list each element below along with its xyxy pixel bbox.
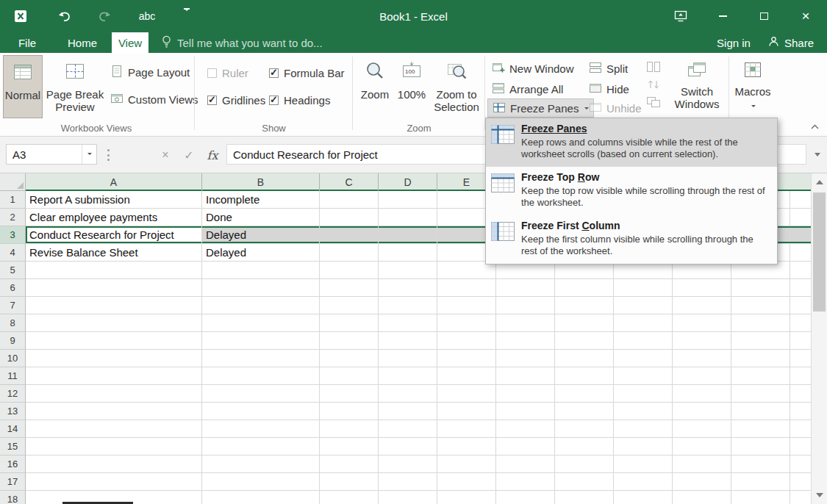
cell-D8[interactable] bbox=[379, 314, 437, 332]
cell-E10[interactable] bbox=[437, 350, 496, 367]
row-header-6[interactable]: 6 bbox=[0, 279, 26, 297]
cell-E18[interactable] bbox=[437, 491, 496, 504]
cell-D16[interactable] bbox=[379, 456, 437, 473]
row-header-12[interactable]: 12 bbox=[0, 385, 26, 403]
cell-A15[interactable] bbox=[26, 438, 202, 456]
page-break-preview-button[interactable]: Page BreakPreview bbox=[46, 55, 104, 118]
cell-E17[interactable] bbox=[437, 473, 496, 491]
maximize-button[interactable] bbox=[743, 0, 784, 32]
macros-button[interactable]: Macros bbox=[734, 55, 772, 118]
row-header-4[interactable]: 4 bbox=[0, 244, 26, 262]
arrange-all-button[interactable]: Arrange All bbox=[487, 79, 568, 98]
row-header-15[interactable]: 15 bbox=[0, 438, 26, 456]
cell-B10[interactable] bbox=[202, 350, 320, 367]
cell-B1[interactable]: Incomplete bbox=[202, 191, 320, 209]
cell-E12[interactable] bbox=[437, 385, 496, 403]
cell-D9[interactable] bbox=[379, 332, 437, 350]
tab-file[interactable]: File bbox=[7, 32, 47, 53]
cell-E14[interactable] bbox=[437, 420, 496, 438]
cell-D12[interactable] bbox=[379, 385, 437, 403]
cell-E15[interactable] bbox=[437, 438, 496, 456]
cell-B8[interactable] bbox=[202, 314, 320, 332]
cell-D13[interactable] bbox=[379, 403, 437, 420]
menu-item-freeze-panes[interactable]: Freeze Panes Keep rows and columns visib… bbox=[486, 118, 777, 167]
freeze-panes-button[interactable]: Freeze Panes bbox=[487, 98, 594, 118]
name-box-caret-icon[interactable] bbox=[82, 145, 96, 164]
view-side-by-side-icon[interactable] bbox=[644, 59, 663, 75]
cell-C17[interactable] bbox=[320, 473, 379, 491]
cell-A3[interactable]: Conduct Research for Project bbox=[26, 226, 202, 244]
row-header-10[interactable]: 10 bbox=[0, 350, 26, 367]
cell-D14[interactable] bbox=[379, 420, 437, 438]
close-button[interactable]: × bbox=[784, 0, 827, 32]
row-header-7[interactable]: 7 bbox=[0, 297, 26, 314]
cell-C7[interactable] bbox=[320, 297, 379, 314]
row-header-13[interactable]: 13 bbox=[0, 403, 26, 420]
cell-A13[interactable] bbox=[26, 403, 202, 420]
row-header-16[interactable]: 16 bbox=[0, 456, 26, 473]
cell-E9[interactable] bbox=[437, 332, 496, 350]
row-header-1[interactable]: 1 bbox=[0, 191, 26, 209]
cell-E6[interactable] bbox=[437, 279, 496, 297]
row-header-9[interactable]: 9 bbox=[0, 332, 26, 350]
cell-B2[interactable]: Done bbox=[202, 209, 320, 226]
cell-D10[interactable] bbox=[379, 350, 437, 367]
cell-A8[interactable] bbox=[26, 314, 202, 332]
cell-B11[interactable] bbox=[202, 367, 320, 385]
cell-E11[interactable] bbox=[437, 367, 496, 385]
cell-D15[interactable] bbox=[379, 438, 437, 456]
menu-item-freeze-first-column[interactable]: Freeze First Column Keep the first colum… bbox=[486, 215, 777, 264]
cell-D5[interactable] bbox=[379, 262, 437, 279]
zoom-button[interactable]: Zoom bbox=[358, 55, 392, 118]
zoom-100-button[interactable]: 100 100% bbox=[395, 55, 429, 118]
cell-C8[interactable] bbox=[320, 314, 379, 332]
cell-A10[interactable] bbox=[26, 350, 202, 367]
cell-A17[interactable] bbox=[26, 473, 202, 491]
cell-B16[interactable] bbox=[202, 456, 320, 473]
vertical-scrollbar-thumb[interactable] bbox=[813, 192, 826, 312]
cell-B6[interactable] bbox=[202, 279, 320, 297]
cell-A5[interactable] bbox=[26, 262, 202, 279]
gridlines-checkbox-box[interactable] bbox=[207, 96, 217, 105]
custom-views-button[interactable]: Custom Views bbox=[107, 90, 201, 108]
tab-home[interactable]: Home bbox=[62, 32, 103, 53]
cell-D7[interactable] bbox=[379, 297, 437, 314]
cell-B13[interactable] bbox=[202, 403, 320, 420]
cell-B14[interactable] bbox=[202, 420, 320, 438]
page-layout-button[interactable]: Page Layout bbox=[107, 63, 193, 81]
name-box[interactable]: A3 bbox=[6, 144, 97, 165]
scroll-up-button[interactable] bbox=[812, 173, 827, 190]
cell-C2[interactable] bbox=[320, 209, 379, 226]
cell-E7[interactable] bbox=[437, 297, 496, 314]
column-header-D[interactable]: D bbox=[379, 173, 437, 191]
cell-C14[interactable] bbox=[320, 420, 379, 438]
cell-C4[interactable] bbox=[320, 244, 379, 262]
split-button[interactable]: Split bbox=[584, 59, 632, 78]
formula-bar-checkbox[interactable]: Formula Bar bbox=[269, 67, 345, 79]
column-header-C[interactable]: C bbox=[320, 173, 379, 191]
cell-A1[interactable]: Report A submission bbox=[26, 191, 202, 209]
headings-checkbox[interactable]: Headings bbox=[269, 94, 330, 106]
cell-E13[interactable] bbox=[437, 403, 496, 420]
select-all-corner[interactable] bbox=[0, 173, 26, 191]
cell-D1[interactable] bbox=[379, 191, 437, 209]
cell-C16[interactable] bbox=[320, 456, 379, 473]
insert-function-button[interactable]: fx bbox=[203, 146, 222, 164]
row-header-11[interactable]: 11 bbox=[0, 367, 26, 385]
cell-D6[interactable] bbox=[379, 279, 437, 297]
cell-D4[interactable] bbox=[379, 244, 437, 262]
row-header-3[interactable]: 3 bbox=[0, 226, 26, 244]
cell-D2[interactable] bbox=[379, 209, 437, 226]
tell-me-box[interactable]: Tell me what you want to do... bbox=[162, 32, 323, 53]
row-header-8[interactable]: 8 bbox=[0, 314, 26, 332]
cell-A7[interactable] bbox=[26, 297, 202, 314]
column-header-A[interactable]: A bbox=[26, 173, 202, 191]
cell-E16[interactable] bbox=[437, 456, 496, 473]
column-header-B[interactable]: B bbox=[202, 173, 320, 191]
row-header-2[interactable]: 2 bbox=[0, 209, 26, 226]
new-window-button[interactable]: New Window bbox=[487, 59, 579, 78]
gridlines-checkbox[interactable]: Gridlines bbox=[207, 94, 265, 106]
formula-expand-icon[interactable] bbox=[810, 147, 825, 162]
headings-checkbox-box[interactable] bbox=[269, 96, 279, 105]
formula-bar-checkbox-box[interactable] bbox=[269, 68, 279, 78]
